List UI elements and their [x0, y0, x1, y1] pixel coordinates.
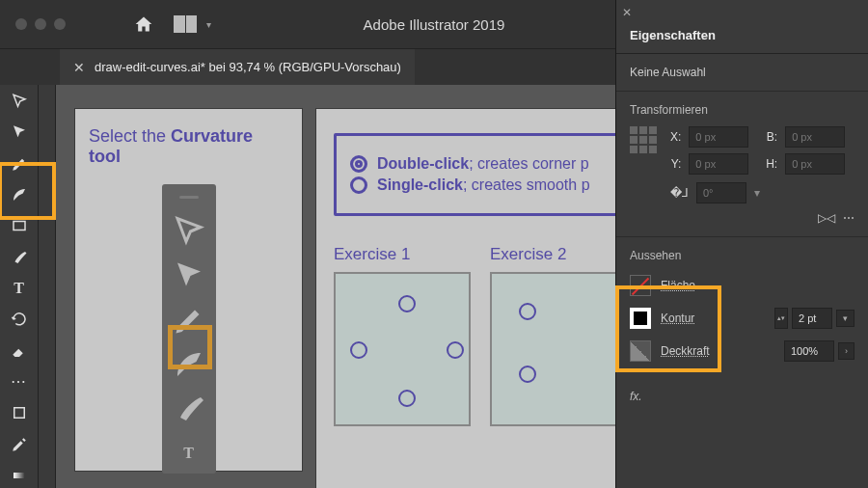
mini-type-icon: T: [172, 436, 206, 471]
chevron-down-icon[interactable]: ▾: [206, 19, 211, 30]
chevron-down-icon[interactable]: ▾: [836, 310, 854, 327]
pen-tool[interactable]: [6, 151, 33, 176]
h-label: H:: [766, 157, 777, 171]
single-circle-icon: [350, 176, 367, 194]
selection-tool[interactable]: [6, 89, 33, 114]
transform-heading: Transformieren: [630, 103, 854, 117]
paintbrush-tool[interactable]: [6, 245, 33, 270]
artboard-2: Double-click; creates corner p Single-cl…: [316, 109, 644, 488]
angle-icon: �⅃: [670, 186, 689, 200]
appearance-section: Aussehen Fläche Kontur ▴▾ ▾ Deckkraft ›: [616, 237, 868, 382]
svg-rect-2: [14, 473, 25, 478]
artboard-1: Select the Curvature tool T: [75, 109, 302, 471]
b-label: B:: [766, 130, 777, 144]
info-row-single-click: Single-click; creates smooth p: [350, 176, 610, 194]
chevron-down-icon[interactable]: ▾: [754, 186, 760, 200]
minimize-window-icon[interactable]: [35, 18, 46, 30]
mini-selection-icon: [172, 214, 206, 249]
stroke-label: Kontur: [661, 312, 694, 325]
illustration-toolbar: T: [162, 184, 216, 474]
circle-icon: [447, 341, 464, 359]
close-tab-icon[interactable]: ✕: [73, 60, 85, 75]
highlight-mini-curvature: [168, 325, 212, 369]
document-tab[interactable]: ✕ draw-edit-curves.ai* bei 93,74 % (RGB/…: [60, 49, 415, 85]
mini-paintbrush-icon: [172, 392, 206, 426]
panel-close-icon[interactable]: ✕: [622, 6, 632, 19]
stroke-swatch-icon[interactable]: [630, 308, 651, 329]
svg-rect-1: [14, 408, 24, 419]
window-controls: [15, 18, 66, 30]
app-title: Adobe Illustrator 2019: [364, 16, 505, 33]
transform-section: Transformieren X: B: Y: H: �⅃: [616, 92, 868, 237]
direct-selection-tool[interactable]: [6, 120, 33, 145]
properties-panel: ✕ Eigenschaften Keine Auswahl Transformi…: [615, 0, 868, 488]
artboard-tool[interactable]: [6, 400, 33, 425]
mini-direct-selection-icon: [172, 258, 206, 293]
opacity-input[interactable]: [784, 340, 834, 362]
no-selection-label: Keine Auswahl: [630, 66, 854, 79]
double-circle-icon: [350, 155, 367, 173]
curvature-tool[interactable]: [6, 182, 33, 207]
opacity-swatch-icon[interactable]: [630, 340, 651, 362]
artboard-1-title: Select the Curvature tool: [75, 109, 302, 184]
y-input[interactable]: [689, 153, 748, 175]
appearance-heading: Aussehen: [630, 249, 854, 262]
ruler-vertical: [39, 85, 56, 488]
stroke-weight-input[interactable]: [792, 308, 832, 329]
arrange-documents-icon[interactable]: [174, 15, 197, 33]
x-label: X:: [670, 130, 681, 144]
exercise-2: Exercise 2: [490, 245, 627, 426]
gradient-tool[interactable]: [6, 463, 33, 488]
close-window-icon[interactable]: [15, 18, 27, 30]
stroke-row[interactable]: Kontur ▴▾ ▾: [630, 305, 854, 332]
zoom-window-icon[interactable]: [54, 18, 66, 30]
exercise-1-box: [334, 272, 471, 426]
height-input[interactable]: [785, 153, 845, 175]
exercise-1-title: Exercise 1: [334, 245, 471, 264]
info-row-double-click: Double-click; creates corner p: [350, 155, 610, 173]
circle-icon: [350, 341, 367, 359]
fill-swatch-none-icon[interactable]: [630, 275, 651, 296]
fx-label[interactable]: fx.: [616, 382, 868, 411]
opacity-label: Deckkraft: [661, 344, 710, 358]
properties-tab[interactable]: Eigenschaften: [616, 17, 868, 54]
home-icon[interactable]: [133, 14, 154, 34]
document-tab-label: draw-edit-curves.ai* bei 93,74 % (RGB/GP…: [95, 60, 401, 74]
exercise-1: Exercise 1: [334, 245, 471, 426]
svg-rect-0: [14, 222, 25, 230]
fill-row[interactable]: Fläche: [630, 272, 854, 299]
rectangle-tool[interactable]: [6, 213, 33, 238]
circle-icon: [519, 303, 536, 320]
opacity-row[interactable]: Deckkraft ›: [630, 338, 854, 365]
reference-point-icon[interactable]: [630, 126, 657, 153]
more-options-icon[interactable]: ⋯: [843, 211, 854, 225]
circle-icon: [519, 366, 536, 383]
exercise-2-box: [490, 272, 627, 426]
circle-icon: [398, 390, 416, 407]
stroke-stepper-icon[interactable]: ▴▾: [774, 308, 788, 329]
rotate-tool[interactable]: [6, 307, 33, 332]
fill-label: Fläche: [661, 279, 695, 292]
more-tools-icon[interactable]: ⋯: [6, 369, 33, 394]
x-input[interactable]: [689, 126, 748, 148]
eyedropper-tool[interactable]: [6, 431, 33, 456]
flip-horizontal-icon[interactable]: ▷◁: [818, 211, 835, 225]
type-tool[interactable]: T: [6, 276, 33, 301]
selection-section: Keine Auswahl: [616, 54, 868, 92]
width-input[interactable]: [785, 126, 845, 148]
chevron-right-icon[interactable]: ›: [838, 342, 854, 360]
eraser-tool[interactable]: [6, 339, 33, 364]
exercise-2-title: Exercise 2: [490, 245, 627, 264]
info-box: Double-click; creates corner p Single-cl…: [334, 133, 627, 216]
toolbar: T ⋯: [0, 85, 39, 488]
circle-icon: [398, 295, 416, 312]
grip-icon: [179, 196, 199, 199]
angle-input[interactable]: [696, 182, 746, 203]
y-label: Y:: [670, 157, 681, 171]
